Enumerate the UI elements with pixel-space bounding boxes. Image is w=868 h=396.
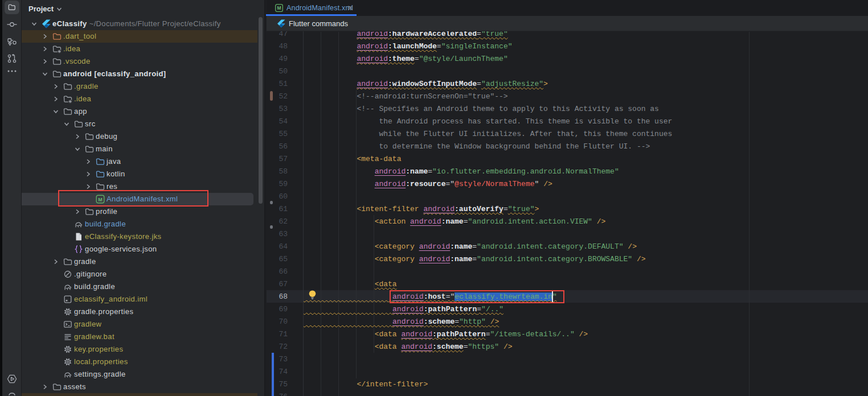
svg-text:M: M (277, 5, 281, 11)
